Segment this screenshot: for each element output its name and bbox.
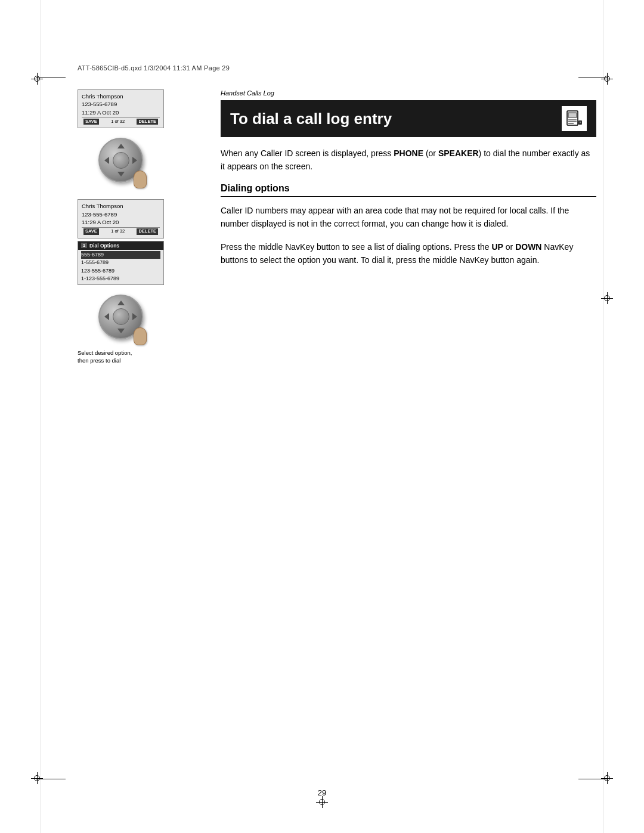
- navkey-up-arrow: [117, 144, 125, 148]
- dialing-para2-before: Press the middle NavKey button to see a …: [221, 242, 491, 252]
- navkey2-left-arrow: [104, 313, 109, 320]
- body1-text-middle: (or: [423, 148, 438, 158]
- navkey-inner-2: [113, 308, 129, 325]
- right-margin-rule: [603, 0, 603, 833]
- dial-option-4: 1-123-555-6789: [81, 275, 160, 283]
- finger-press-2: [134, 327, 147, 345]
- left-margin-rule: [41, 0, 41, 833]
- navkey-down-arrow: [117, 172, 125, 176]
- svg-rect-1: [568, 113, 577, 117]
- body1-bold2: SPEAKER: [438, 148, 479, 158]
- dialing-options-para1: Caller ID numbers may appear with an are…: [221, 204, 596, 231]
- rule-right-top: [578, 78, 608, 78]
- dial-options-title: Dial Options: [89, 243, 119, 249]
- lcd2-delete: DELETE: [137, 228, 158, 235]
- lcd2-count: 1 of 32: [111, 228, 125, 235]
- caption-line2: then press to dial: [78, 357, 120, 364]
- dial-option-1: 555-6789: [81, 251, 160, 259]
- dialing-para2-up: UP: [491, 242, 503, 252]
- cross-mark-mid-right: [601, 292, 613, 304]
- title-icon-container: [562, 106, 587, 131]
- navkey-right-arrow: [132, 157, 137, 164]
- caption-text: Select desired option, then press to dia…: [78, 349, 164, 365]
- svg-rect-5: [578, 120, 582, 125]
- cross-mark-top-left: [31, 73, 43, 85]
- dialing-para1-text: Caller ID numbers may appear with an are…: [221, 206, 569, 228]
- navkey-button-1[interactable]: [98, 138, 143, 182]
- lcd1-time: 11:29 A Oct 20: [82, 109, 160, 116]
- rule-right-bottom: [578, 779, 608, 779]
- body1-bold1: PHONE: [394, 148, 423, 158]
- lcd2-footer: SAVE 1 of 32 DELETE: [82, 227, 160, 236]
- dialing-options-heading: Dialing options: [221, 183, 596, 197]
- dialing-para2-middle: or: [503, 242, 515, 252]
- header-metadata: ATT-5865CIB-d5.qxd 1/3/2004 11:31 AM Pag…: [78, 64, 230, 72]
- dial-options-body: 555-6789 1-555-6789 123-555-6789 1-123-5…: [78, 250, 163, 284]
- lcd1-number: 123-555-6789: [82, 100, 160, 108]
- navkey-inner-1: [113, 152, 129, 169]
- body-paragraph-1: When any Caller ID screen is displayed, …: [221, 147, 596, 174]
- cross-mark-bottom-left: [31, 772, 43, 784]
- rule-left-bottom: [36, 779, 66, 779]
- rule-left-top: [36, 78, 66, 78]
- dialing-options-para2: Press the middle NavKey button to see a …: [221, 240, 596, 267]
- lcd1-footer: SAVE 1 of 32 DELETE: [82, 117, 160, 126]
- page-number: 29: [318, 788, 326, 797]
- lcd-screen-1: Chris Thompson 123-555-6789 11:29 A Oct …: [78, 89, 164, 128]
- dial-option-2: 1-555-6789: [81, 259, 160, 267]
- lcd2-time: 11:29 A Oct 20: [82, 218, 160, 226]
- caption-line1: Select desired option,: [78, 349, 132, 356]
- lcd2-name: Chris Thompson: [82, 202, 160, 210]
- finger-press-1: [134, 171, 147, 188]
- navkey-button-2[interactable]: [98, 295, 143, 339]
- navkey2-down-arrow: [117, 329, 125, 333]
- cross-mark-bottom-right: [601, 772, 613, 784]
- page-title: To dial a call log entry: [230, 110, 555, 128]
- lcd1-save: SAVE: [83, 119, 99, 125]
- dial-option-3: 123-555-6789: [81, 267, 160, 275]
- dial-options-header: 1 Dial Options: [78, 241, 163, 250]
- right-content-panel: Handset Calls Log To dial a call log ent…: [221, 89, 596, 276]
- lcd1-delete: DELETE: [137, 119, 158, 125]
- navkey-left-arrow: [104, 157, 109, 164]
- lcd2-save: SAVE: [83, 228, 99, 235]
- title-bar: To dial a call log entry: [221, 100, 596, 137]
- navkey2-up-arrow: [117, 301, 125, 305]
- body1-text-before: When any Caller ID screen is displayed, …: [221, 148, 394, 158]
- cross-mark-bottom-center: [316, 796, 328, 808]
- dial-options-badge: 1: [81, 243, 87, 248]
- dialing-para2-down: DOWN: [515, 242, 541, 252]
- lcd1-count: 1 of 32: [111, 119, 125, 125]
- lcd1-name: Chris Thompson: [82, 92, 160, 100]
- lcd2-number: 123-555-6789: [82, 210, 160, 218]
- cross-mark-top-right: [601, 73, 613, 85]
- dial-options-screen: 1 Dial Options 555-6789 1-555-6789 123-5…: [78, 241, 164, 285]
- left-illustration-panel: Chris Thompson 123-555-6789 11:29 A Oct …: [78, 89, 197, 364]
- navkey2-right-arrow: [132, 313, 137, 320]
- section-label: Handset Calls Log: [221, 89, 596, 97]
- lcd-screen-2: Chris Thompson 123-555-6789 11:29 A Oct …: [78, 199, 164, 238]
- phone-log-icon: [565, 110, 583, 128]
